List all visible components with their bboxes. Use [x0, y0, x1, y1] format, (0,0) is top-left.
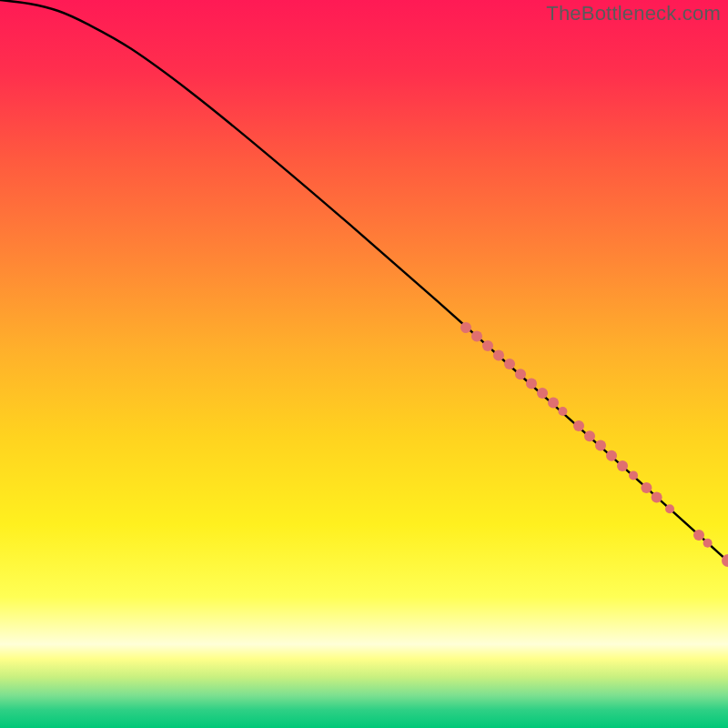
- watermark-text: TheBottleneck.com: [546, 2, 721, 25]
- chart-stage: TheBottleneck.com: [0, 0, 728, 728]
- svg-rect-0: [0, 0, 728, 728]
- background-gradient: [0, 0, 728, 728]
